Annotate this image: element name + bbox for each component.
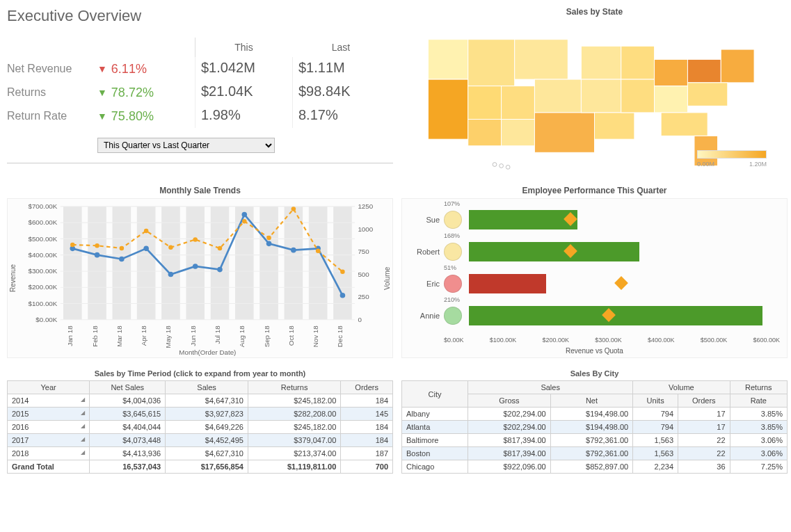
emp-name: Robert	[405, 248, 440, 256]
table-row[interactable]: 2015◢ $3,645,615$3,927,823$282,208.00145	[8, 408, 393, 421]
y-axis-right-label: Volume	[382, 199, 392, 357]
table-row[interactable]: 2017◢ $4,073,448$4,452,495$379,047.00184	[8, 434, 393, 447]
svg-text:Jun 18: Jun 18	[189, 325, 197, 346]
city-table[interactable]: City Sales Volume Returns GrossNet Units…	[401, 380, 788, 474]
col-header[interactable]: Sales	[166, 381, 248, 394]
table-row[interactable]: Albany$202,294.00$194,498.00794173.85%	[402, 408, 788, 421]
svg-rect-30	[186, 207, 205, 320]
svg-rect-29	[161, 207, 180, 320]
citytable-title: Sales By City	[401, 366, 788, 380]
table-row[interactable]: 2018◢ $4,413,936$4,627,310$213,374.00187	[8, 447, 393, 460]
svg-point-72	[95, 243, 99, 248]
kpi-this-returns: $21.04K	[195, 81, 292, 104]
svg-point-23	[500, 164, 504, 168]
x-tick: $0.00K	[444, 337, 464, 344]
svg-text:Oct 18: Oct 18	[287, 325, 295, 346]
col-city[interactable]: City	[402, 381, 468, 408]
emp-dot-icon	[444, 275, 462, 293]
table-row[interactable]: Boston$817,394.00$792,361.001,563223.06%	[402, 447, 788, 460]
col-volume[interactable]: Volume	[633, 381, 730, 394]
col-header[interactable]: Net Sales	[90, 381, 166, 394]
col-header[interactable]: Orders	[341, 381, 393, 394]
sales-by-state-panel: Sales by State	[401, 7, 788, 175]
svg-rect-10	[581, 46, 621, 79]
expand-icon[interactable]: ◢	[81, 436, 85, 442]
kpi-col-this: This	[195, 38, 292, 57]
table-row[interactable]: Baltimore$817,394.00$792,361.001,563223.…	[402, 434, 788, 447]
table-row[interactable]: 2016◢ $4,404,044$4,649,226$245,182.00184	[8, 421, 393, 434]
svg-rect-9	[534, 113, 594, 152]
monthly-trends-panel: Monthly Sale Trends Revenue $0.00K$100.0…	[7, 183, 393, 358]
kpi-label-return-rate: Return Rate	[7, 104, 97, 128]
svg-point-24	[506, 165, 510, 169]
svg-text:Mar 18: Mar 18	[115, 325, 123, 346]
year-cell[interactable]: 2017◢	[8, 434, 90, 447]
svg-rect-16	[655, 86, 688, 113]
trends-chart[interactable]: Revenue $0.00K$100.00K$200.00K$300.00K$4…	[7, 198, 393, 358]
divider	[7, 163, 393, 163]
svg-point-81	[316, 248, 321, 253]
expand-icon[interactable]: ◢	[81, 410, 85, 416]
kpi-this-net-revenue: $1.042M	[195, 57, 292, 81]
expand-icon[interactable]: ◢	[81, 396, 85, 403]
emp-row[interactable]: Annie 210%	[444, 302, 780, 330]
emp-row[interactable]: Eric 51%	[444, 270, 780, 298]
kpi-change-return-rate: ▼75.80%	[97, 104, 195, 128]
x-tick: $500.00K	[701, 337, 728, 344]
svg-rect-27	[113, 207, 131, 320]
svg-point-66	[241, 212, 247, 218]
emp-row[interactable]: Robert 168%	[444, 238, 780, 266]
svg-text:$200.00K: $200.00K	[28, 283, 57, 291]
svg-rect-33	[259, 207, 278, 320]
us-map[interactable]	[401, 19, 788, 172]
svg-text:Jul 18: Jul 18	[214, 325, 221, 344]
svg-point-77	[218, 246, 223, 251]
svg-rect-31	[211, 207, 230, 320]
kpi-this-return-rate: 1.98%	[195, 104, 292, 128]
col-sales[interactable]: Sales	[468, 381, 633, 394]
emp-chart[interactable]: Sue 107% Robert 168% Eric 51% Annie 210%	[401, 198, 788, 358]
table-row[interactable]: 2014◢ $4,004,036$4,647,310$245,182.00184	[8, 394, 393, 408]
svg-point-76	[193, 237, 198, 242]
svg-text:$500.00K: $500.00K	[28, 235, 57, 243]
emp-title: Employee Performance This Quarter	[401, 183, 788, 198]
svg-rect-26	[88, 207, 106, 320]
svg-point-22	[493, 163, 497, 167]
svg-point-71	[70, 243, 75, 248]
svg-rect-35	[309, 207, 328, 320]
svg-text:Nov 18: Nov 18	[312, 325, 319, 347]
svg-point-62	[143, 246, 149, 252]
year-cell[interactable]: 2016◢	[8, 421, 90, 434]
svg-point-78	[242, 219, 247, 224]
kpi-panel: Executive Overview This Last Net Revenue…	[7, 7, 393, 175]
svg-rect-15	[655, 59, 688, 86]
expand-icon[interactable]: ◢	[81, 423, 85, 429]
year-cell[interactable]: 2014◢	[8, 394, 90, 408]
year-cell[interactable]: 2015◢	[8, 408, 90, 421]
svg-rect-12	[595, 113, 634, 139]
map-legend: 0.00M 1.20M	[697, 150, 767, 168]
quota-marker-icon	[602, 308, 616, 322]
svg-point-60	[95, 252, 100, 258]
emp-row[interactable]: Sue 107%	[444, 206, 780, 234]
kpi-last-returns: $98.84K	[292, 81, 390, 104]
year-table[interactable]: YearNet SalesSalesReturnsOrders 2014◢ $4…	[7, 380, 393, 474]
col-returns[interactable]: Returns	[730, 381, 787, 394]
svg-rect-34	[285, 207, 303, 320]
yeartable-title: Sales by Time Period (click to expand fr…	[7, 366, 393, 380]
expand-icon[interactable]: ◢	[81, 449, 85, 456]
svg-text:May 18: May 18	[164, 325, 172, 348]
sales-by-city-panel: Sales By City City Sales Volume Returns …	[401, 366, 788, 474]
col-header[interactable]: Year	[8, 381, 90, 394]
table-row[interactable]: Atlanta$202,294.00$194,498.00794173.85%	[402, 421, 788, 434]
x-tick: $100.00K	[490, 337, 517, 344]
svg-text:Aug 18: Aug 18	[238, 325, 246, 347]
triangle-down-icon: ▼	[97, 111, 107, 122]
table-row[interactable]: Chicago$922,096.00$852,897.002,234367.25…	[402, 460, 788, 474]
year-cell[interactable]: 2018◢	[8, 447, 90, 460]
period-selector[interactable]: This Quarter vs Last Quarter	[97, 138, 275, 153]
kpi-label-net-revenue: Net Revenue	[7, 57, 97, 81]
col-header[interactable]: Returns	[248, 381, 340, 394]
page-title: Executive Overview	[7, 7, 393, 25]
svg-text:$100.00K: $100.00K	[28, 300, 57, 307]
